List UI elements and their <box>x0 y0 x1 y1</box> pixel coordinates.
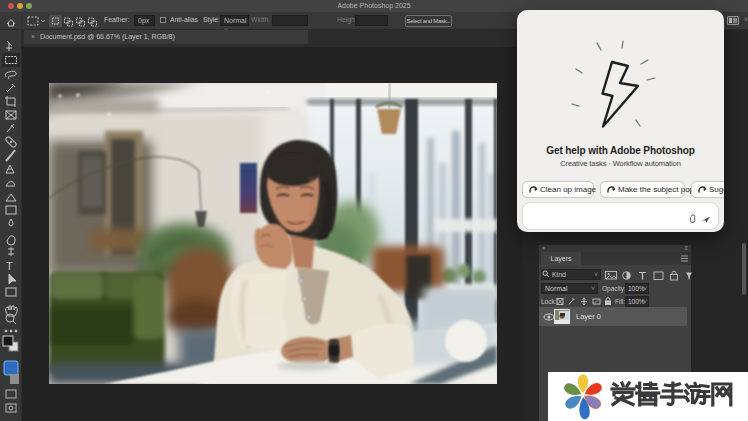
svg-text:T: T <box>6 260 13 272</box>
